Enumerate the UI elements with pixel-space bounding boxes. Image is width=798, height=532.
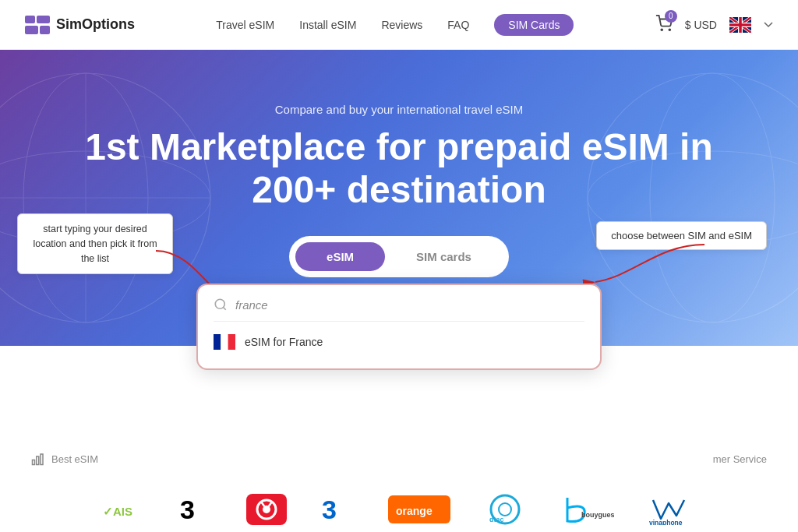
sim-cards-toggle-button[interactable]: SIM cards	[385, 242, 503, 271]
svg-text:bouygues: bouygues	[581, 511, 614, 519]
dtac-logo: dtac	[482, 494, 528, 525]
main-nav: Travel eSIM Install eSIM Reviews FAQ SIM…	[216, 14, 574, 36]
logo-text: SimOptions	[56, 16, 135, 33]
svg-rect-23	[41, 454, 43, 465]
esim-sim-toggle: eSIM SIM cards	[289, 236, 509, 277]
svg-rect-1	[37, 16, 50, 23]
svg-point-4	[661, 29, 662, 30]
nav-faq[interactable]: FAQ	[447, 19, 469, 31]
carrier-three-1[interactable]: 3	[176, 494, 215, 525]
header: SimOptions Travel eSIM Install eSIM Revi…	[0, 0, 798, 50]
svg-text:orange: orange	[396, 505, 433, 517]
language-chevron-icon[interactable]	[764, 22, 773, 28]
logo[interactable]: SimOptions	[25, 16, 135, 34]
truemove-logo-bg	[246, 494, 287, 525]
search-container-wrap: eSIM for France	[0, 346, 798, 439]
svg-text:vinaphone: vinaphone	[649, 519, 683, 525]
logo-icon	[25, 16, 50, 34]
truemove-logo-icon	[253, 498, 280, 521]
language-flag[interactable]	[729, 17, 751, 33]
svg-text:dtac: dtac	[489, 516, 504, 523]
carrier-orange[interactable]: orange	[388, 495, 450, 523]
carrier-three-2[interactable]: 3	[318, 494, 357, 525]
partners-bar: Best eSIM mer Service	[0, 439, 798, 478]
carrier-vinaphone[interactable]: vinaphone	[645, 494, 700, 525]
annotation-right: choose between SIM and eSIM	[596, 221, 767, 250]
ais-logo: ✓AIS	[98, 495, 145, 523]
nav-reviews[interactable]: Reviews	[381, 19, 422, 31]
hero-title: 1st Marketplace for prepaid eSIM in 200+…	[85, 125, 713, 211]
france-esim-label: eSIM for France	[245, 336, 323, 348]
svg-text:✓AIS: ✓AIS	[103, 505, 132, 518]
svg-rect-21	[33, 460, 35, 465]
sim-cards-button[interactable]: SIM Cards	[494, 14, 574, 36]
currency-selector[interactable]: $ USD	[685, 19, 717, 31]
orange-logo: orange	[388, 495, 450, 523]
svg-rect-22	[37, 456, 39, 465]
service-label: mer Service	[713, 453, 767, 465]
svg-point-17	[215, 299, 224, 308]
search-icon	[214, 298, 228, 312]
svg-rect-0	[25, 16, 35, 23]
svg-point-32	[499, 503, 511, 516]
search-input[interactable]	[235, 298, 584, 312]
hero-subtitle: Compare and buy your international trave…	[275, 103, 524, 116]
three-logo-1: 3	[176, 494, 215, 525]
header-right: 0 $ USD	[655, 15, 773, 35]
three-logo-2: 3	[318, 494, 357, 525]
search-result-france[interactable]: eSIM for France	[214, 328, 584, 356]
vinaphone-logo: vinaphone	[645, 494, 700, 525]
nav-install-esim[interactable]: Install eSIM	[299, 19, 356, 31]
cart-badge: 0	[665, 10, 677, 23]
bouygues-logo: bouygues	[560, 494, 614, 525]
carrier-bouygues[interactable]: bouygues	[560, 494, 614, 525]
search-box: eSIM for France	[196, 284, 602, 370]
carrier-truemove[interactable]	[246, 494, 287, 525]
search-area: eSIM for France	[196, 284, 602, 370]
annotation-left: start typing your desired location and t…	[17, 213, 173, 274]
svg-rect-18	[214, 334, 221, 350]
svg-point-5	[669, 29, 670, 30]
carriers-row: ✓AIS 3 3 orange	[0, 478, 798, 532]
svg-rect-20	[228, 334, 235, 350]
cart-icon-wrap[interactable]: 0	[655, 15, 673, 35]
esim-toggle-button[interactable]: eSIM	[295, 242, 385, 271]
france-flag	[214, 334, 235, 350]
search-input-row	[214, 298, 584, 312]
bar-chart-icon	[31, 452, 45, 466]
svg-text:3: 3	[322, 495, 337, 524]
svg-rect-2	[25, 26, 38, 34]
svg-text:3: 3	[180, 495, 195, 524]
svg-rect-19	[221, 334, 228, 350]
nav-travel-esim[interactable]: Travel eSIM	[216, 19, 274, 31]
best-esim-label: Best eSIM	[51, 453, 98, 465]
svg-rect-3	[40, 26, 50, 34]
carrier-dtac[interactable]: dtac	[482, 494, 528, 525]
carrier-ais[interactable]: ✓AIS	[98, 495, 145, 523]
